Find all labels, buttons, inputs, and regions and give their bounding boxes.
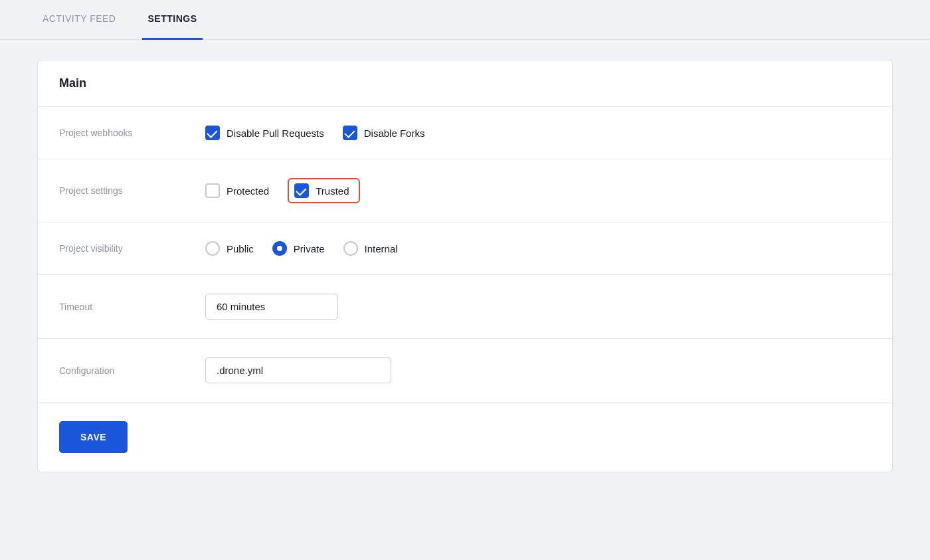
tab-activity-feed[interactable]: ACTIVITY FEED <box>37 0 121 40</box>
timeout-row: Timeout <box>38 275 892 339</box>
timeout-input[interactable] <box>205 294 338 320</box>
disable-pull-requests-item[interactable]: Disable Pull Requests <box>205 126 324 140</box>
configuration-input[interactable] <box>205 357 391 383</box>
disable-forks-checkbox[interactable] <box>343 126 357 140</box>
project-visibility-label: Project visibility <box>59 243 205 254</box>
visibility-private-radio[interactable] <box>272 241 287 256</box>
visibility-private-item[interactable]: Private <box>272 241 325 256</box>
visibility-internal-radio[interactable] <box>343 241 358 256</box>
visibility-public-label: Public <box>227 243 254 254</box>
tab-settings[interactable]: SETTINGS <box>142 0 202 40</box>
visibility-controls: Public Private Internal <box>205 241 398 256</box>
protected-label: Protected <box>227 185 269 197</box>
visibility-public-item[interactable]: Public <box>205 241 254 256</box>
configuration-controls <box>205 357 391 383</box>
visibility-internal-label: Internal <box>365 243 398 254</box>
visibility-private-label: Private <box>294 243 325 254</box>
disable-forks-item[interactable]: Disable Forks <box>343 126 425 140</box>
top-nav: ACTIVITY FEED SETTINGS <box>0 0 930 40</box>
project-visibility-row: Project visibility Public Private Intern… <box>38 223 892 275</box>
timeout-controls <box>205 294 338 320</box>
disable-pull-requests-label: Disable Pull Requests <box>227 128 324 139</box>
card-header: Main <box>38 60 892 107</box>
visibility-internal-item[interactable]: Internal <box>343 241 398 256</box>
protected-checkbox[interactable] <box>205 183 220 198</box>
disable-forks-label: Disable Forks <box>364 128 425 139</box>
project-settings-row: Project settings Protected Trusted <box>38 159 892 223</box>
card-title: Main <box>59 76 86 90</box>
save-row: SAVE <box>38 403 892 472</box>
webhooks-controls: Disable Pull Requests Disable Forks <box>205 126 424 140</box>
settings-card: Main Project webhooks Disable Pull Reque… <box>37 60 893 472</box>
main-content: Main Project webhooks Disable Pull Reque… <box>0 40 930 492</box>
trusted-label: Trusted <box>316 185 349 197</box>
project-settings-label: Project settings <box>59 185 205 196</box>
configuration-label: Configuration <box>59 365 205 376</box>
disable-pull-requests-checkbox[interactable] <box>205 126 220 140</box>
visibility-public-radio[interactable] <box>205 241 220 256</box>
trusted-checkbox[interactable] <box>294 183 309 198</box>
project-settings-controls: Protected Trusted <box>205 178 360 203</box>
project-webhooks-label: Project webhooks <box>59 128 205 138</box>
save-button[interactable]: SAVE <box>59 421 128 453</box>
configuration-row: Configuration <box>38 339 892 403</box>
timeout-label: Timeout <box>59 302 205 312</box>
project-webhooks-row: Project webhooks Disable Pull Requests D… <box>38 107 892 159</box>
protected-item[interactable]: Protected <box>205 183 269 198</box>
trusted-item[interactable]: Trusted <box>288 178 359 203</box>
